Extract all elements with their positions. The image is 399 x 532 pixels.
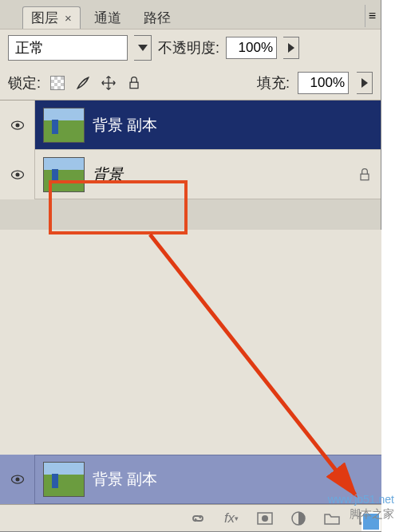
eye-icon [10,471,26,487]
close-icon[interactable]: × [65,11,72,25]
fx-icon: fx [224,510,235,526]
opacity-label: 不透明度: [158,38,219,57]
layer-list: 背景 副本 背景 [0,100,381,199]
adjustment-layer-button[interactable] [289,509,308,528]
blend-row: 正常 不透明度: 100% [0,29,381,65]
svg-point-7 [15,478,19,482]
panel-tabs: 图层 × 通道 路径 ≡ [0,0,381,29]
fill-label: 填充: [257,73,290,93]
opacity-value: 100% [239,40,273,56]
svg-point-9 [262,515,268,522]
visibility-toggle [0,455,35,504]
lock-transparency-button[interactable] [49,74,66,92]
chevron-down-icon [138,45,148,51]
adjustment-icon [289,509,308,528]
svg-point-4 [15,172,19,176]
layer-thumbnail[interactable] [43,157,85,192]
svg-point-2 [15,123,19,127]
layer-name: 背景 副本 [93,469,381,490]
layer-name[interactable]: 背景 [93,164,349,185]
layer-row[interactable]: 背景 [0,150,381,199]
watermark-site: 脚本之家 [328,506,394,521]
layer-thumbnail[interactable] [43,108,85,143]
fill-stepper[interactable] [357,72,373,94]
tab-channels[interactable]: 通道 [85,6,130,29]
tab-label: 图层 [31,9,58,27]
layer-row[interactable]: 背景 副本 [0,100,381,150]
blend-mode-dropdown-button[interactable] [134,35,152,61]
lock-row: 锁定: 填充: 100% [0,65,381,100]
blend-mode-value: 正常 [15,38,44,57]
transparency-icon [50,76,65,90]
blend-mode-select[interactable]: 正常 [8,35,128,61]
layer-lock-indicator [349,167,381,183]
fill-value: 100% [310,75,345,91]
lock-icon [357,167,373,183]
lock-label: 锁定: [8,73,41,93]
watermark: www.jb51.net 脚本之家 [328,492,394,521]
eye-icon [10,117,26,133]
chevron-right-icon [361,78,368,88]
layer-toolbar: fx▾ [0,504,381,531]
fill-field[interactable]: 100% [298,72,349,94]
move-icon [101,75,117,91]
layers-panel: 图层 × 通道 路径 ≡ 正常 不透明度: 100% 锁定: 填充: [0,0,381,532]
lock-icon [126,75,142,91]
eye-icon [10,167,26,183]
opacity-stepper[interactable] [283,37,299,59]
layer-style-button[interactable]: fx▾ [222,509,241,528]
watermark-url: www.jb51.net [328,492,394,506]
lock-position-button[interactable] [100,74,117,92]
visibility-toggle[interactable] [0,100,35,150]
lock-all-button[interactable] [125,74,143,92]
layer-list-empty-area[interactable] [0,230,381,455]
tab-layers[interactable]: 图层 × [22,6,81,29]
link-icon [188,509,207,528]
mask-icon [255,509,275,528]
panel-menu-icon[interactable]: ≡ [365,5,379,27]
link-layers-button[interactable] [188,509,207,528]
layer-mask-button[interactable] [255,509,275,528]
brush-icon [75,75,91,91]
tab-paths[interactable]: 路径 [135,6,180,29]
chevron-right-icon [288,43,294,53]
visibility-toggle[interactable] [0,150,35,199]
svg-rect-0 [130,82,138,89]
svg-rect-5 [361,174,369,180]
tab-label: 通道 [94,9,121,27]
layer-thumbnail [43,462,85,497]
opacity-field[interactable]: 100% [226,37,277,59]
layer-name[interactable]: 背景 副本 [93,115,381,136]
drop-target-preview: 背景 副本 [0,455,381,504]
tab-label: 路径 [144,9,171,27]
lock-pixels-button[interactable] [74,74,92,92]
lock-buttons [49,74,143,92]
